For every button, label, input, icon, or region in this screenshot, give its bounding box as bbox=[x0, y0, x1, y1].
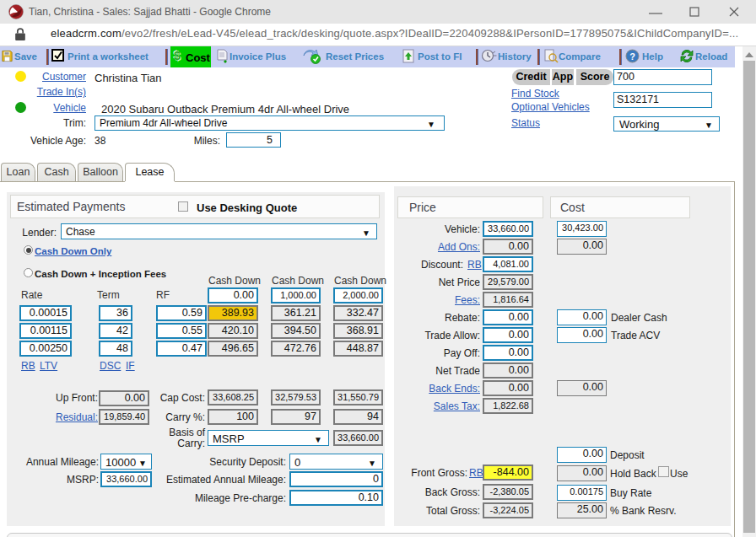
svg-text:?: ? bbox=[629, 51, 635, 62]
